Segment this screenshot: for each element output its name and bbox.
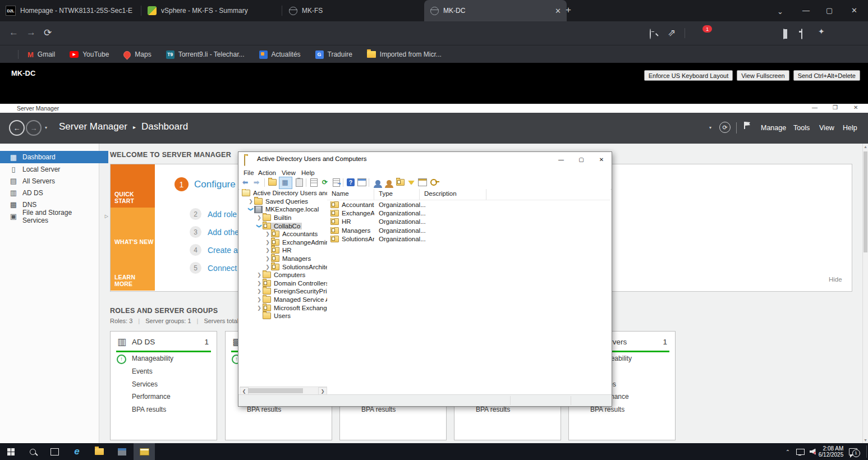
add-user-icon[interactable] [373,178,382,187]
tree-item-managers[interactable]: ❯ Managers [240,255,327,263]
list-row-exchangeadmin[interactable]: ExchangeAd... Organizational... [327,209,610,217]
breadcrumb-root[interactable]: Server Manager [59,121,127,132]
zoom-out-icon[interactable] [650,29,651,39]
scrollbar-thumb[interactable] [248,388,303,393]
chevron-right-icon[interactable]: ❯ [256,215,263,220]
filter-icon[interactable] [407,178,416,187]
wallet-icon[interactable] [801,29,802,39]
bookmark-traduire[interactable]: GTraduire [315,50,352,59]
bookmark-actualites[interactable]: Actualités [259,50,301,59]
column-type[interactable]: Type [374,189,420,200]
chevron-right-icon[interactable]: ❯ [264,240,271,245]
sm-forward-icon[interactable]: → [26,120,42,136]
tree-item-saved-queries[interactable]: ❯ Saved Queries [240,197,327,206]
action-center-button[interactable]: 1 [844,443,861,460]
tab-search-chevron-icon[interactable]: ⌄ [777,7,783,16]
view-fullscreen-button[interactable]: View Fullscreen [737,70,789,81]
step-1-link[interactable]: Configure [194,179,236,190]
menu-manage[interactable]: Manage [761,124,786,132]
sidebar-item-all-servers[interactable]: ▤ All Servers [0,175,108,187]
tile-row-bpa[interactable]: BPA results [132,406,166,413]
chevron-right-icon[interactable]: ❯ [256,297,263,302]
sm-minimize-icon[interactable]: — [812,104,818,111]
bookmark-maps[interactable]: Maps [123,50,151,58]
tree-item-collabco[interactable]: ❯ CollabCo [240,222,327,230]
bookmark-imported-folder[interactable]: Imported from Micr... [367,50,442,58]
tree-item-domain-controllers[interactable]: ❯ Domain Controllers [240,279,327,288]
scroll-left-icon[interactable]: ❮ [240,387,249,395]
start-button[interactable] [0,443,21,460]
send-ctrl-alt-delete-button[interactable]: Send Ctrl+Alt+Delete [793,70,860,81]
sidebar-panel-icon[interactable] [783,29,784,39]
tile-row-bpa[interactable]: BPA results [247,406,281,413]
menu-tools[interactable]: Tools [793,124,810,132]
tree-horizontal-scrollbar[interactable]: ❮ ❯ [240,387,327,395]
clock[interactable]: 2:08 AM 6/12/2025 [816,443,846,460]
notifications-flag-icon[interactable] [744,122,751,129]
step-3-link[interactable]: Add othe [208,228,239,237]
menu-action[interactable]: Action [258,169,276,176]
hide-link[interactable]: Hide [829,276,842,283]
column-description[interactable]: Description [420,189,486,200]
aduc-taskbar-button-active[interactable] [134,443,155,460]
file-explorer-button[interactable] [89,443,110,460]
refresh-icon[interactable]: ⟳ [320,178,329,187]
sm-refresh-dropdown-icon[interactable]: ▾ [709,125,711,130]
help-icon[interactable]: ? [346,178,355,187]
step-5-link[interactable]: Connect [208,264,237,273]
step-4-link[interactable]: Create a [208,246,238,255]
task-view-button[interactable] [44,443,65,460]
tree-item-accountants[interactable]: ❯ Accountants [240,230,327,238]
chevron-right-icon[interactable]: ❯ [247,199,254,204]
chevron-down-icon[interactable]: ❯ [256,223,262,229]
sm-maximize-icon[interactable]: ❐ [833,104,838,111]
tile-row-bpa[interactable]: BPA results [476,406,510,413]
scrollbar-thumb[interactable] [864,151,867,252]
sidebar-item-dashboard[interactable]: ▦ Dashboard [0,151,108,163]
search-button[interactable] [22,443,43,460]
aduc-maximize-icon[interactable]: ▢ [571,152,591,167]
window-close-icon[interactable]: ✕ [851,6,857,15]
tile-row-bpa[interactable]: BPA results [361,406,396,413]
add-ou-icon[interactable] [396,178,405,187]
leo-ai-icon[interactable]: ✦ [818,27,825,36]
tree-item-solutionsarchitect[interactable]: ❯ SolutionsArchitect [240,263,327,271]
new-tab-button[interactable]: + [566,4,571,16]
console-tree-icon[interactable]: ▦ [281,178,290,187]
show-desktop-divider[interactable] [866,445,867,458]
tree-item-hr[interactable]: ❯ HR [240,246,327,255]
sidebar-item-local-server[interactable]: ▯ Local Server [0,163,108,175]
window-maximize-icon[interactable]: ▢ [826,6,833,15]
sm-refresh-icon[interactable]: ⟳ [719,122,731,133]
window-minimize-icon[interactable]: — [802,6,810,15]
step-2-link[interactable]: Add role [208,210,237,219]
column-name[interactable]: Name [327,189,374,200]
sm-vertical-scrollbar[interactable]: ▲ ▼ [862,144,868,443]
sm-back-icon[interactable]: ← [9,120,25,136]
chevron-right-icon[interactable]: ❯ [256,280,263,286]
menu-view[interactable]: View [282,169,296,176]
tree-item-exchangeadmin[interactable]: ❯ ExchangeAdmin [240,238,327,247]
tile-row-bpa[interactable]: BPA results [590,406,624,413]
aduc-titlebar[interactable]: Active Directory Users and Computers — ▢… [238,152,612,167]
aduc-minimize-icon[interactable]: — [551,152,571,167]
forward-icon[interactable]: ➡ [252,178,261,187]
tab-mkdc-active[interactable]: MK-DC ✕ [424,0,567,21]
chevron-right-icon[interactable]: ❯ [256,305,263,311]
list-row-solutionsarchitect[interactable]: SolutionsArc... Organizational... [327,235,610,243]
tree-item-domain[interactable]: ❯ MKExchange.local [240,205,327,214]
window-new-icon[interactable] [357,178,366,187]
menu-help[interactable]: Help [301,169,315,176]
tab-homepage[interactable]: D2L Homepage - NTWK8131-25S-Sec1-E [0,0,151,21]
tree-item-computers[interactable]: ❯ Computers [240,271,327,279]
chevron-right-icon[interactable]: ❯ [264,256,271,261]
view-properties-icon[interactable] [418,178,427,187]
chevron-right-icon[interactable]: ❯ [256,288,263,294]
scroll-right-icon[interactable]: ❯ [318,387,327,395]
tile-row-events[interactable]: Events [132,367,153,375]
chevron-right-icon[interactable]: ❯ [264,264,271,270]
reload-icon[interactable]: ⟳ [44,27,52,39]
tab-whats-new[interactable]: WHAT'S NEW [111,208,155,249]
chevron-down-icon[interactable]: ❯ [248,206,254,213]
export-list-icon[interactable] [309,178,318,187]
